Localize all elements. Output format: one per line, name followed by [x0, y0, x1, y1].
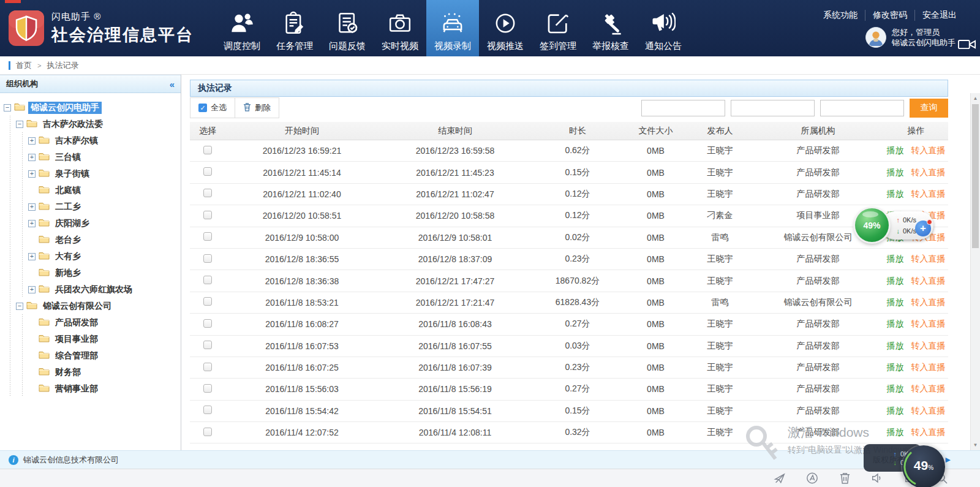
row-checkbox[interactable] — [203, 254, 212, 263]
expand-node-icon[interactable]: + — [28, 170, 36, 178]
tree-node[interactable]: +兵团农六师红旗农场 — [2, 281, 178, 298]
row-checkbox[interactable] — [203, 428, 212, 436]
vertical-scrollbar[interactable]: ▲ ▼ — [970, 93, 980, 450]
nav-item-dispatch[interactable]: 调度控制 — [216, 0, 268, 56]
search-input-3[interactable] — [820, 100, 904, 116]
to-live-link[interactable]: 转入直播 — [911, 189, 946, 198]
tree-node[interactable]: +吉木萨尔镇 — [2, 132, 178, 149]
speed-test-icon[interactable] — [806, 472, 818, 485]
tree-node[interactable]: −锦诚云创闪电助手 — [2, 99, 178, 116]
add-button[interactable]: + — [915, 221, 931, 236]
nav-item-gavel[interactable]: 举报核查 — [584, 0, 637, 56]
tree-node-label[interactable]: 营销事业部 — [53, 383, 100, 395]
play-link[interactable]: 播放 — [887, 276, 904, 285]
row-checkbox[interactable] — [203, 384, 212, 393]
tree-node[interactable]: 项目事业部 — [2, 331, 178, 347]
nav-item-feedback[interactable]: 问题反馈 — [321, 0, 374, 56]
speaker-icon[interactable] — [871, 472, 883, 485]
expand-node-icon[interactable]: + — [28, 137, 36, 145]
nav-item-play-circle[interactable]: 视频推送 — [479, 0, 532, 56]
to-live-link[interactable]: 转入直播 — [911, 406, 946, 415]
row-checkbox[interactable] — [203, 341, 212, 349]
row-checkbox[interactable] — [203, 211, 212, 219]
tree-node-label[interactable]: 北庭镇 — [53, 184, 83, 197]
play-link[interactable]: 播放 — [887, 167, 904, 177]
play-link[interactable]: 播放 — [887, 362, 904, 372]
tree-node[interactable]: 产品研发部 — [2, 314, 178, 331]
tree-node[interactable]: +泉子街镇 — [2, 165, 178, 182]
play-link[interactable]: 播放 — [887, 189, 904, 198]
memory-usage-ball[interactable]: 49% — [855, 208, 889, 242]
row-checkbox[interactable] — [203, 189, 212, 197]
videocam-icon[interactable] — [958, 39, 976, 52]
row-checkbox[interactable] — [203, 297, 212, 306]
collapse-sidebar-icon[interactable]: « — [170, 79, 175, 89]
row-checkbox[interactable] — [203, 167, 212, 176]
tree-node-label[interactable]: 锦诚云创闪电助手 — [28, 102, 102, 114]
play-link[interactable]: 播放 — [887, 341, 904, 350]
collapse-node-icon[interactable]: − — [16, 303, 23, 310]
expand-node-icon[interactable]: + — [28, 286, 36, 293]
tree-node[interactable]: 北庭镇 — [2, 182, 178, 198]
collapse-node-icon[interactable]: − — [16, 121, 23, 128]
select-all-button[interactable]: ✓ 全选 — [190, 98, 235, 118]
top-link-1[interactable]: 修改密码 — [865, 10, 914, 21]
tree-node-label[interactable]: 泉子街镇 — [53, 168, 92, 180]
tree-node-label[interactable]: 庆阳湖乡 — [53, 217, 92, 230]
tree-node[interactable]: +二工乡 — [2, 198, 178, 215]
tree-node[interactable]: 综合管理部 — [2, 347, 178, 364]
breadcrumb-home[interactable]: 首页 — [16, 60, 32, 71]
tree-node-label[interactable]: 新地乡 — [53, 267, 83, 279]
tree-node[interactable]: −吉木萨尔政法委 — [2, 116, 178, 132]
nav-item-camera[interactable]: 实时视频 — [374, 0, 426, 56]
row-checkbox[interactable] — [203, 232, 212, 241]
tree-node-label[interactable]: 二工乡 — [53, 201, 83, 213]
tree-node-label[interactable]: 产品研发部 — [53, 317, 100, 329]
scroll-up-icon[interactable]: ▲ — [971, 96, 980, 101]
play-link[interactable]: 播放 — [887, 383, 904, 393]
top-link-0[interactable]: 系统功能 — [816, 10, 865, 21]
row-checkbox[interactable] — [203, 406, 212, 414]
tree-node-label[interactable]: 兵团农六师红旗农场 — [53, 284, 135, 296]
tree-node-label[interactable]: 吉木萨尔镇 — [53, 135, 100, 147]
tree-node-label[interactable]: 财务部 — [53, 366, 83, 379]
tree-node[interactable]: 老台乡 — [2, 232, 178, 248]
to-live-link[interactable]: 转入直播 — [911, 297, 946, 307]
tree-node[interactable]: +大有乡 — [2, 248, 178, 265]
row-checkbox[interactable] — [203, 146, 212, 154]
collapse-node-icon[interactable]: − — [4, 104, 11, 111]
tree-node[interactable]: 财务部 — [2, 364, 178, 380]
tree-node-label[interactable]: 吉木萨尔政法委 — [40, 118, 105, 130]
speed-ball-widget[interactable]: ↑ 0K/s ↓ 0K/s + 49% — [855, 208, 936, 243]
tree-node-label[interactable]: 大有乡 — [53, 251, 83, 263]
tree-node[interactable]: 营销事业部 — [2, 380, 178, 397]
to-live-link[interactable]: 转入直播 — [911, 254, 946, 263]
row-checkbox[interactable] — [203, 276, 212, 284]
expand-node-icon[interactable]: + — [28, 220, 36, 227]
expand-node-icon[interactable]: + — [28, 203, 36, 211]
play-link[interactable]: 播放 — [887, 254, 904, 263]
play-link[interactable]: 播放 — [887, 319, 904, 328]
search-input-2[interactable] — [731, 100, 815, 116]
play-link[interactable]: 播放 — [887, 297, 904, 307]
tree-node-label[interactable]: 老台乡 — [53, 234, 83, 246]
to-live-link[interactable]: 转入直播 — [911, 341, 946, 350]
tree-node[interactable]: +庆阳湖乡 — [2, 215, 178, 232]
delete-button[interactable]: 删除 — [235, 98, 279, 118]
to-live-link[interactable]: 转入直播 — [911, 145, 946, 155]
to-live-link[interactable]: 转入直播 — [911, 319, 946, 328]
acceleration-ball[interactable]: 49 % — [902, 445, 945, 487]
to-live-link[interactable]: 转入直播 — [911, 167, 946, 177]
scrollbar-thumb[interactable] — [972, 104, 979, 248]
play-link[interactable]: 播放 — [887, 145, 904, 155]
tree-node[interactable]: +三台镇 — [2, 149, 178, 165]
nav-item-patrol-car[interactable]: 视频录制 — [426, 0, 479, 56]
expand-node-icon[interactable]: + — [28, 253, 36, 260]
nav-item-edit-square[interactable]: 签到管理 — [532, 0, 584, 56]
nav-item-task[interactable]: 任务管理 — [268, 0, 321, 56]
play-link[interactable]: 播放 — [887, 406, 904, 415]
row-checkbox[interactable] — [203, 363, 212, 371]
to-live-link[interactable]: 转入直播 — [911, 383, 946, 393]
expand-node-icon[interactable]: + — [28, 154, 36, 161]
to-live-link[interactable]: 转入直播 — [911, 362, 946, 372]
